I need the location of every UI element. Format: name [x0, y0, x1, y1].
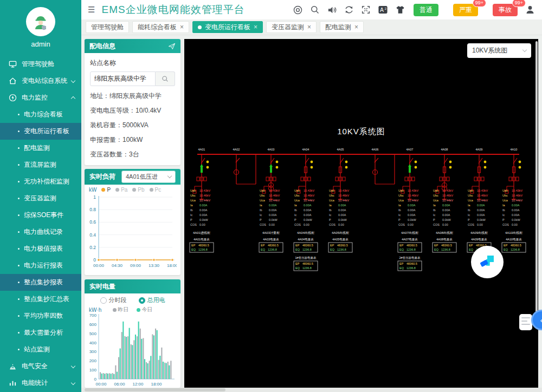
alarm-badge[interactable]: 事故99+: [493, 4, 518, 16]
bullet-icon: [18, 298, 20, 300]
font-size-icon[interactable]: A2: [378, 5, 388, 15]
panel-body: 站点名称 地址：绵阳东辰高级中学变电电压等级：10/0.4kV装机容量：5000…: [85, 53, 180, 159]
legend-label: Pa: [121, 187, 127, 193]
tab-label: 变电所运行看板: [205, 23, 250, 32]
sidebar-item[interactable]: 电气安全: [0, 358, 81, 375]
legend-dot-icon: [113, 308, 117, 312]
svg-text:300: 300: [89, 349, 97, 354]
sidebar-item[interactable]: 电力曲线记录: [0, 224, 81, 240]
svg-text:Uab: Uab: [433, 189, 438, 192]
sidebar-item-label: 整点集抄汇总表: [24, 295, 69, 304]
vertical-scrollbar[interactable]: [535, 41, 538, 315]
volume-icon[interactable]: [327, 5, 337, 15]
sidebar-item[interactable]: 站点监测: [0, 341, 81, 358]
svg-text:10.43kV: 10.43kV: [199, 189, 211, 192]
svg-text:0.00: 0.00: [442, 223, 448, 226]
svg-text:Ic: Ic: [190, 213, 193, 217]
load-chart-legend: kWPPaPbPc: [85, 185, 180, 193]
svg-text:0.00A: 0.00A: [408, 204, 416, 207]
legend-item[interactable]: Pb: [132, 187, 144, 193]
search-icon[interactable]: [310, 5, 320, 15]
sidebar-item[interactable]: 无功补偿柜监测: [0, 173, 81, 190]
tab-item[interactable]: 管理驾驶舱: [86, 21, 129, 33]
sidebar-item[interactable]: 变压器监测: [0, 190, 81, 207]
sidebar-item-label: 电力极值报表: [24, 244, 63, 253]
legend-item[interactable]: 昨日: [113, 306, 129, 313]
single-line-diagram-area: 10KV系统图 10KV系统图 4A01Uab10.43kVUbc10.46kV…: [184, 39, 538, 388]
close-icon[interactable]: ×: [180, 24, 184, 30]
svg-text:EP: EP: [504, 244, 508, 247]
legend-item[interactable]: P: [101, 187, 111, 193]
search-button[interactable]: [156, 71, 175, 86]
diagram-select[interactable]: 10KV系统图: [467, 43, 531, 58]
svg-text:Uab: Uab: [294, 189, 300, 192]
scrollbar-thumb[interactable]: [85, 388, 225, 391]
left-panel-column: 配电信息 站点名称 地址：绵阳东辰高级中学变电电压: [85, 39, 180, 388]
svg-text:Ib: Ib: [329, 208, 332, 212]
hamburger-menu-icon[interactable]: ☰: [88, 5, 95, 15]
sidebar-item-label: 电力监控: [22, 93, 48, 102]
svg-text:Ubc: Ubc: [433, 194, 438, 197]
radio-option[interactable]: 分时段: [100, 296, 127, 304]
svg-text:09:00: 09:00: [130, 263, 141, 268]
sidebar-item[interactable]: 变电所运行看板: [0, 123, 81, 140]
tab-item[interactable]: 能耗综合看板×: [132, 21, 189, 33]
sidebar-item-label: 管理驾驶舱: [22, 60, 54, 69]
close-icon[interactable]: ×: [354, 24, 358, 30]
sidebar-item[interactable]: 综保SOE事件: [0, 207, 81, 224]
sidebar-item[interactable]: 直流屏监测: [0, 156, 81, 173]
sidebar-item[interactable]: 电能统计: [0, 375, 81, 391]
sidebar-item[interactable]: 电力运行报表: [0, 257, 81, 274]
svg-text:4A10电量表: 4A10电量表: [506, 238, 522, 241]
sidebar-item[interactable]: 电力综合看板: [0, 106, 81, 123]
refresh-icon[interactable]: [344, 5, 354, 15]
paper-plane-icon[interactable]: [168, 43, 176, 50]
svg-text:10.46kV: 10.46kV: [512, 194, 523, 197]
user-icon[interactable]: [525, 4, 535, 15]
svg-text:0.00A: 0.00A: [338, 208, 346, 212]
sidebar-item[interactable]: 整点集抄汇总表: [0, 291, 81, 308]
legend-item[interactable]: 今日: [137, 306, 153, 313]
bullet-icon: [18, 282, 20, 283]
sidebar-item[interactable]: 电力极值报表: [0, 240, 81, 257]
svg-text:4A04出线柜: 4A04出线柜: [297, 231, 314, 234]
sidebar-item[interactable]: 变电站综自系统: [0, 73, 81, 89]
svg-text:10.46kV: 10.46kV: [304, 194, 315, 197]
panel-title: 配电信息: [89, 42, 115, 51]
fullscreen-icon[interactable]: [361, 5, 371, 15]
svg-text:EP: EP: [191, 244, 196, 247]
close-icon[interactable]: ×: [254, 24, 257, 30]
badge-count: 99+: [473, 0, 486, 7]
todesk-floating-button[interactable]: [471, 246, 504, 278]
record-icon[interactable]: [293, 5, 303, 15]
theme-icon[interactable]: [395, 5, 405, 15]
avatar[interactable]: [26, 7, 55, 36]
tab-active[interactable]: 变电所运行看板×: [192, 21, 263, 33]
sidebar-item[interactable]: 最大需量分析: [0, 324, 81, 341]
sidebar-item[interactable]: 配电监测: [0, 140, 81, 156]
tab-item[interactable]: 变压器监测×: [266, 21, 317, 33]
svg-text:0.00A: 0.00A: [199, 204, 208, 207]
radio-icon: [139, 297, 145, 304]
close-icon[interactable]: ×: [307, 24, 311, 30]
floating-helper-widget[interactable]: ‹: [519, 310, 542, 335]
sidebar-item[interactable]: 平均功率因数: [0, 308, 81, 324]
sidebar-item[interactable]: 管理驾驶舱: [0, 56, 81, 73]
circuit-select[interactable]: 4A01低压进: [121, 171, 176, 183]
legend-dot-icon: [101, 188, 105, 192]
site-search-input[interactable]: [90, 71, 156, 86]
legend-item[interactable]: Pc: [150, 187, 162, 193]
svg-text:4A04: 4A04: [302, 148, 309, 151]
alarm-badge[interactable]: 严重99+: [453, 4, 478, 16]
svg-text:0: 0: [93, 257, 96, 263]
sidebar-item[interactable]: 电力监控: [0, 89, 81, 106]
alarm-badge[interactable]: 普通: [414, 4, 438, 16]
tab-item[interactable]: 配电监测×: [320, 21, 364, 33]
svg-text:0: 0: [94, 377, 97, 382]
radio-selected[interactable]: 总用电: [139, 296, 165, 304]
sidebar-item[interactable]: 整点集抄报表: [0, 274, 81, 291]
legend-item[interactable]: Pa: [115, 187, 127, 193]
sidebar-item-label: 电力曲线记录: [24, 227, 63, 237]
horizontal-scrollbar[interactable]: [81, 388, 542, 392]
engineer-icon: [30, 11, 51, 32]
